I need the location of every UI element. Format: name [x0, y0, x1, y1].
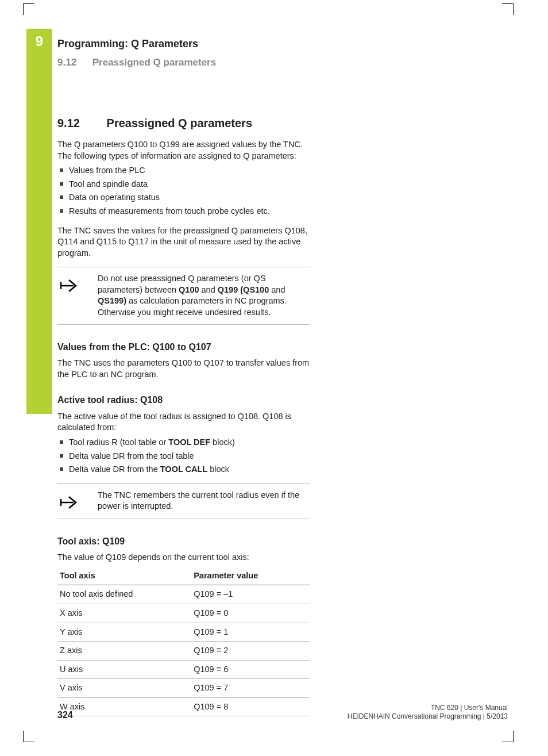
- note-text: The TNC remembers the current tool radiu…: [98, 490, 310, 513]
- note-box: Do not use preassigned Q parameters (or …: [57, 267, 310, 324]
- crop-mark: [23, 3, 34, 15]
- cell: Q109 = 7: [191, 679, 310, 698]
- body-text: The active value of the tool radius is a…: [57, 411, 310, 433]
- running-sub-title: Preassigned Q parameters: [92, 57, 216, 68]
- text-bold: Q199 (QS100: [218, 285, 269, 294]
- crop-mark: [502, 3, 514, 15]
- chapter-number-badge: 9: [26, 29, 52, 55]
- table-row: U axisQ109 = 6: [57, 660, 310, 679]
- table-row: V axisQ109 = 7: [57, 679, 310, 698]
- arrow-right-icon: [57, 273, 87, 318]
- text: as calculation parameters in NC programs…: [98, 296, 287, 317]
- page-number: 324: [57, 709, 73, 722]
- cell: Z axis: [57, 642, 191, 661]
- list-item: Data on operating status: [57, 192, 310, 204]
- cell: Q109 = –1: [191, 585, 310, 604]
- list-item: Tool and spindle data: [57, 179, 310, 190]
- cell: No tool axis defined: [57, 585, 191, 604]
- side-tab: [26, 29, 52, 414]
- text: and: [199, 285, 218, 294]
- text: block: [207, 465, 229, 474]
- cell: Q109 = 2: [191, 642, 310, 661]
- crop-mark: [23, 731, 34, 742]
- note-box: The TNC remembers the current tool radiu…: [57, 483, 310, 519]
- page-content: Programming: Q Parameters 9.12 Preassign…: [57, 37, 505, 716]
- cell: U axis: [57, 660, 191, 679]
- cell: Q109 = 1: [191, 623, 310, 642]
- table-row: Y axisQ109 = 1: [57, 623, 310, 642]
- table-header: Parameter value: [191, 567, 310, 585]
- page-footer: 324 TNC 620 | User's Manual HEIDENHAIN C…: [57, 704, 508, 722]
- text: and: [269, 285, 285, 294]
- subsection-heading: Tool axis: Q109: [57, 535, 310, 548]
- subsection-heading: Values from the PLC: Q100 to Q107: [57, 341, 310, 354]
- intro-paragraph-2: The TNC saves the values for the preassi…: [57, 225, 310, 259]
- note-text: Do not use preassigned Q parameters (or …: [98, 273, 310, 318]
- list-item: Results of measurements from touch probe…: [57, 206, 310, 217]
- body-text: The TNC uses the parameters Q100 to Q107…: [57, 358, 310, 380]
- running-head: Programming: Q Parameters: [57, 37, 505, 51]
- arrow-right-icon: [57, 490, 87, 513]
- cell: X axis: [57, 604, 191, 623]
- table-row: No tool axis definedQ109 = –1: [57, 585, 310, 604]
- table-row: Z axisQ109 = 2: [57, 642, 310, 661]
- text-bold: TOOL DEF: [168, 438, 210, 447]
- cell: Q109 = 6: [191, 660, 310, 679]
- intro-list: Values from the PLC Tool and spindle dat…: [57, 165, 310, 217]
- text: block): [210, 438, 235, 447]
- subsection-heading: Active tool radius: Q108: [57, 394, 310, 406]
- text-bold: TOOL CALL: [160, 465, 207, 474]
- body-text: The value of Q109 depends on the current…: [57, 552, 310, 563]
- cell: Y axis: [57, 623, 191, 642]
- list-item: Tool radius R (tool table or TOOL DEF bl…: [57, 437, 310, 448]
- section-heading: 9.12 Preassigned Q parameters: [57, 116, 505, 131]
- footer-line: HEIDENHAIN Conversational Programming | …: [348, 712, 508, 722]
- running-subhead: 9.12 Preassigned Q parameters: [57, 56, 505, 70]
- text: Tool radius R (tool table or: [69, 438, 168, 447]
- cell: Q109 = 0: [191, 604, 310, 623]
- cell: V axis: [57, 679, 191, 698]
- parameter-table: Tool axis Parameter value No tool axis d…: [57, 567, 310, 717]
- q108-list: Tool radius R (tool table or TOOL DEF bl…: [57, 437, 310, 475]
- text-bold: Q100: [179, 285, 199, 294]
- table-header: Tool axis: [57, 567, 191, 585]
- crop-mark: [502, 731, 514, 742]
- text: Delta value DR from the: [69, 465, 160, 474]
- footer-text: TNC 620 | User's Manual HEIDENHAIN Conve…: [348, 704, 508, 722]
- table-row: X axisQ109 = 0: [57, 604, 310, 623]
- section-number: 9.12: [57, 116, 103, 131]
- footer-line: TNC 620 | User's Manual: [348, 704, 508, 713]
- running-sub-number: 9.12: [57, 56, 90, 70]
- section-title: Preassigned Q parameters: [107, 117, 252, 129]
- list-item: Delta value DR from the TOOL CALL block: [57, 464, 310, 475]
- text-bold: QS199): [98, 296, 126, 305]
- intro-paragraph: The Q parameters Q100 to Q199 are assign…: [57, 139, 310, 162]
- list-item: Values from the PLC: [57, 165, 310, 176]
- list-item: Delta value DR from the tool table: [57, 451, 310, 462]
